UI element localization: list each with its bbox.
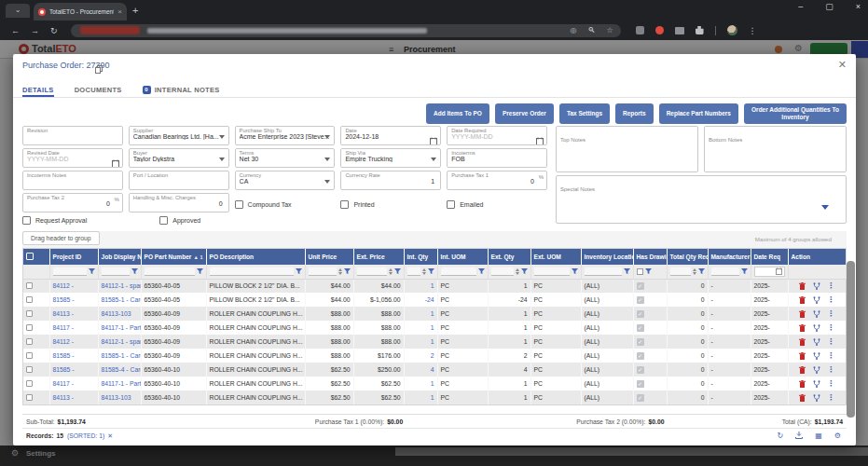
cell-link[interactable]: 84117-1 - Parts	[102, 380, 142, 387]
filter-funnel-icon[interactable]	[741, 268, 748, 275]
filter-input[interactable]	[210, 267, 294, 276]
clear-sort-icon[interactable]: ✕	[107, 432, 113, 440]
zoom-icon[interactable]: 🔍︎	[587, 26, 595, 35]
column-header-project[interactable]: Project ID	[49, 249, 98, 265]
filter-cell-date_req[interactable]	[751, 265, 788, 279]
profile-avatar[interactable]	[727, 25, 737, 35]
cell-link[interactable]: 84113-103	[102, 310, 131, 317]
cell-link[interactable]: 84117 -	[53, 324, 75, 331]
recording-indicator-icon[interactable]	[655, 26, 664, 34]
filter-cell-ext_price[interactable]	[353, 265, 404, 279]
filter-cell-ext_uom[interactable]	[530, 265, 581, 279]
column-header-manufacturer[interactable]: Manufacturer	[708, 249, 751, 265]
filter-input[interactable]	[491, 267, 514, 276]
refresh-icon[interactable]: ↻	[778, 432, 784, 440]
number-spinner[interactable]	[338, 268, 342, 275]
filter-cell-job[interactable]	[98, 265, 141, 279]
column-header-sel[interactable]	[23, 249, 49, 265]
filter-cell-has_drawing[interactable]	[633, 265, 667, 279]
cell-link[interactable]: 81585 -	[53, 296, 75, 303]
purchase-ship-to-select[interactable]: Purchase Ship ToAcme Enterprise 2023 [St…	[235, 126, 336, 145]
row-select-checkbox[interactable]	[26, 352, 33, 359]
tab-internal-notes[interactable]: 0INTERNAL NOTES	[143, 76, 220, 97]
split-item-icon[interactable]	[813, 310, 820, 318]
cell-link[interactable]: 84117 -	[53, 380, 75, 387]
filter-cell-int_uom[interactable]	[437, 265, 488, 279]
copy-icon[interactable]	[95, 61, 103, 77]
sorted-badge[interactable]: (SORTED: 1)	[67, 432, 104, 439]
bookmark-star-icon[interactable]: ☆	[606, 26, 613, 35]
reload-button[interactable]: ↻	[50, 26, 58, 35]
filter-input[interactable]	[145, 267, 195, 276]
row-select-checkbox[interactable]	[26, 324, 33, 331]
cell-link[interactable]: 81585-1 - Cargo	[102, 296, 142, 303]
browser-menu-icon[interactable]: ⋮	[749, 26, 757, 35]
row-select-checkbox[interactable]	[26, 380, 33, 387]
currency-select[interactable]: CurrencyCA	[235, 171, 336, 190]
column-header-unit[interactable]: Unit Price	[305, 249, 353, 265]
split-item-icon[interactable]	[813, 324, 820, 332]
top-notes-textarea[interactable]: Top Notes	[556, 126, 698, 172]
tab-details[interactable]: DETAILS	[22, 76, 54, 97]
cell-link[interactable]: 84112-1 - spare	[102, 282, 142, 289]
split-item-icon[interactable]	[813, 394, 820, 402]
filter-cell-manufacturer[interactable]	[708, 265, 751, 279]
column-header-part[interactable]: PO Part Number▲ 1	[141, 249, 206, 265]
delete-trash-icon[interactable]	[799, 296, 806, 304]
filter-input[interactable]	[357, 267, 387, 276]
split-item-icon[interactable]	[813, 338, 820, 346]
delete-trash-icon[interactable]	[799, 380, 806, 388]
column-header-job[interactable]: Job Display Name	[98, 249, 141, 265]
filter-input[interactable]	[711, 267, 739, 276]
number-spinner[interactable]	[693, 268, 696, 275]
compound-tax-checkbox[interactable]	[235, 200, 243, 209]
split-item-icon[interactable]	[813, 366, 820, 374]
filter-input[interactable]	[53, 267, 87, 276]
printed-checkbox[interactable]	[340, 200, 349, 209]
cell-link[interactable]: 84113 -	[53, 310, 75, 317]
calendar-icon[interactable]	[112, 155, 119, 168]
cell-link[interactable]: -24	[425, 296, 434, 303]
revision-field[interactable]: Revision	[22, 126, 123, 145]
handling-charges-field[interactable]: Handling & Misc. Charges0	[129, 193, 229, 212]
filter-cell-unit[interactable]	[305, 265, 353, 279]
date-field[interactable]: Date2024-12-18	[340, 126, 441, 145]
column-header-date_req[interactable]: Date Req	[751, 249, 788, 265]
bottom-notes-textarea[interactable]: Bottom Notes	[704, 126, 847, 172]
cell-link[interactable]: 1	[431, 324, 434, 331]
filter-cell-inv_loc[interactable]	[581, 265, 633, 279]
row-menu-icon[interactable]: ⋮	[828, 324, 835, 332]
export-download-icon[interactable]	[795, 432, 803, 441]
number-spinner[interactable]	[422, 268, 426, 275]
cell-link[interactable]: 81585 -	[53, 352, 75, 359]
puzzle-extensions-icon[interactable]	[696, 26, 704, 34]
row-menu-icon[interactable]: ⋮	[828, 380, 835, 388]
filter-input[interactable]	[309, 267, 337, 276]
column-header-has_drawing[interactable]: Has Drawing	[633, 249, 667, 265]
filter-input[interactable]	[534, 267, 570, 276]
cell-link[interactable]: 1	[431, 394, 434, 401]
cell-link[interactable]: 81585-4 - Cargo	[102, 366, 142, 373]
filter-funnel-icon[interactable]	[478, 268, 485, 275]
buyer-select[interactable]: BuyerTaylor Dykstra	[129, 148, 229, 168]
delete-trash-icon[interactable]	[799, 324, 806, 332]
replace-part-numbers-button[interactable]: Replace Part Numbers	[659, 103, 738, 124]
row-select-checkbox[interactable]	[26, 338, 33, 345]
close-window-button[interactable]: ×	[856, 2, 861, 11]
row-select-checkbox[interactable]	[26, 310, 33, 317]
row-menu-icon[interactable]: ⋮	[828, 394, 835, 402]
filter-funnel-icon[interactable]	[344, 268, 351, 275]
filter-funnel-icon[interactable]	[394, 268, 401, 275]
filter-cell-tot_recv[interactable]	[667, 265, 708, 279]
forward-button[interactable]: →	[31, 26, 39, 35]
filter-cell-desc[interactable]	[206, 265, 305, 279]
filter-funnel-icon[interactable]	[428, 268, 434, 275]
tab-documents[interactable]: DOCUMENTS	[75, 76, 122, 97]
filter-funnel-icon[interactable]	[89, 268, 95, 275]
row-menu-icon[interactable]: ⋮	[828, 296, 835, 304]
grid-vertical-scrollbar[interactable]	[847, 261, 855, 418]
date-filter-input[interactable]	[754, 267, 785, 277]
filter-cell-ext_qty[interactable]	[488, 265, 530, 279]
drag-header-group-zone[interactable]: Drag header to group	[22, 231, 100, 245]
delete-trash-icon[interactable]	[799, 338, 806, 346]
